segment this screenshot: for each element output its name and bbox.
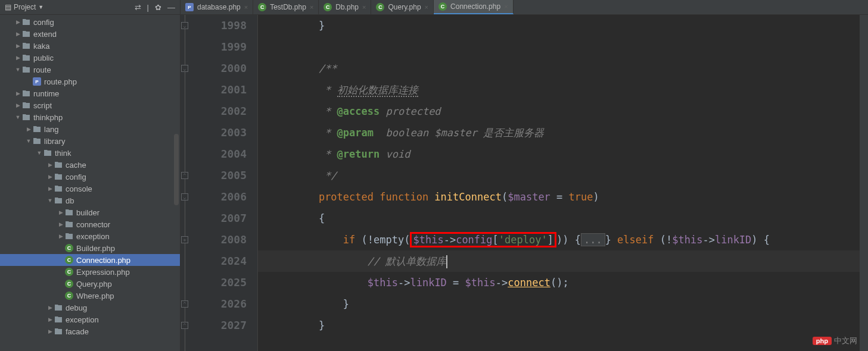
- tree-arrow-icon[interactable]: ▶: [14, 31, 21, 37]
- tab-label: Query.php: [388, 3, 421, 11]
- folder-icon: [54, 315, 63, 324]
- tab-TestDb-php[interactable]: CTestDb.php×: [253, 0, 319, 14]
- folder-icon: [54, 160, 63, 170]
- tree-item-thinkphp[interactable]: ▼thinkphp: [0, 111, 180, 123]
- tree-arrow-icon[interactable]: ▶: [14, 90, 21, 96]
- tree-arrow-icon[interactable]: ▼: [36, 150, 43, 156]
- code-content[interactable]: } /** * 初始化数据库连接 * @access protected * @…: [258, 15, 860, 351]
- tree-arrow-icon[interactable]: ▼: [14, 67, 21, 73]
- tree-arrow-icon[interactable]: ▶: [57, 233, 64, 239]
- fold-toggle-icon[interactable]: ⌃: [181, 300, 188, 308]
- close-icon[interactable]: ×: [504, 3, 508, 10]
- tree-item-library[interactable]: ▼library: [0, 135, 180, 147]
- tab-label: Db.php: [335, 3, 359, 11]
- fold-toggle-icon[interactable]: +: [181, 236, 188, 243]
- collapse-icon[interactable]: ⇄: [135, 3, 141, 12]
- tree-item-runtime[interactable]: ▶runtime: [0, 87, 180, 99]
- tree-item-extend[interactable]: ▶extend: [0, 28, 180, 40]
- project-selector[interactable]: ▤ Project ▼: [5, 3, 43, 11]
- tree-item-route[interactable]: ▼route: [0, 64, 180, 76]
- tree-item-config[interactable]: ▶config: [0, 171, 180, 183]
- tree-item-label: Expression.php: [76, 268, 130, 277]
- tree-arrow-icon[interactable]: ▶: [14, 55, 21, 61]
- class-file-icon: C: [438, 2, 447, 11]
- tree-arrow-icon[interactable]: ▶: [46, 174, 54, 180]
- tree-item-config[interactable]: ▶config: [0, 16, 180, 28]
- tree-arrow-icon[interactable]: ▼: [46, 198, 54, 203]
- tree-arrow-icon[interactable]: ▶: [46, 316, 54, 322]
- line-number: 2001: [181, 79, 247, 101]
- tree-arrow-icon[interactable]: ▶: [57, 209, 64, 215]
- tree-item-label: config: [33, 18, 54, 27]
- watermark-badge: php: [813, 337, 832, 345]
- close-icon[interactable]: ×: [362, 4, 366, 11]
- tree-item-exception[interactable]: ▶exception: [0, 314, 180, 325]
- class-file-icon: C: [64, 267, 74, 277]
- tree-item-label: runtime: [33, 89, 59, 98]
- tree-item-exception[interactable]: ▶exception: [0, 230, 180, 242]
- line-number: 2004: [181, 143, 247, 165]
- tree-item-route-php[interactable]: Proute.php: [0, 76, 180, 87]
- tree-item-lang[interactable]: ▶lang: [0, 123, 180, 135]
- tree-item-debug[interactable]: ▶debug: [0, 302, 180, 314]
- tree-arrow-icon[interactable]: ▼: [25, 138, 32, 144]
- fold-toggle-icon[interactable]: ⌃: [181, 172, 188, 179]
- close-icon[interactable]: ×: [425, 4, 428, 11]
- doc-end: */: [270, 170, 337, 181]
- tree-item-Where-php[interactable]: CWhere.php: [0, 290, 180, 302]
- tree-arrow-icon[interactable]: ▶: [57, 221, 64, 227]
- text-caret: [446, 255, 447, 268]
- tree-arrow-icon[interactable]: ▶: [46, 305, 54, 311]
- tree-item-facade[interactable]: ▶facade: [0, 325, 180, 337]
- tree-arrow-icon[interactable]: ▶: [46, 186, 54, 192]
- close-icon[interactable]: ×: [244, 4, 248, 11]
- folder-icon: [21, 41, 31, 51]
- scrollbar-thumb[interactable]: [174, 134, 179, 205]
- folder-icon: [21, 112, 31, 122]
- tree-arrow-icon[interactable]: ▶: [14, 19, 21, 25]
- tree-arrow-icon[interactable]: ▶: [14, 102, 21, 108]
- tree-arrow-icon[interactable]: ▶: [14, 43, 21, 49]
- fold-toggle-icon[interactable]: ⌃: [181, 322, 188, 329]
- close-icon[interactable]: ×: [310, 4, 313, 11]
- line-number: 1999: [181, 36, 247, 58]
- fold-toggle-icon[interactable]: ⌄: [181, 65, 188, 72]
- tree-item-builder[interactable]: ▶builder: [0, 206, 180, 218]
- tree-item-kaka[interactable]: ▶kaka: [0, 40, 180, 52]
- tab-Db-php[interactable]: CDb.php×: [319, 0, 371, 14]
- tree-item-db[interactable]: ▼db: [0, 195, 180, 206]
- fold-toggle-icon[interactable]: ⌄: [181, 22, 188, 29]
- tree-item-cache[interactable]: ▶cache: [0, 159, 180, 171]
- tree-item-label: Query.php: [76, 280, 112, 289]
- code-text: }: [270, 20, 325, 32]
- tree-item-think[interactable]: ▼think: [0, 147, 180, 159]
- project-tree[interactable]: ▶config▶extend▶kaka▶public▼routeProute.p…: [0, 15, 180, 351]
- tab-Query-php[interactable]: CQuery.php×: [371, 0, 434, 14]
- hide-icon[interactable]: —: [167, 3, 175, 12]
- tab-Connection-php[interactable]: CConnection.php×: [434, 0, 514, 14]
- folded-code[interactable]: ...: [581, 233, 605, 246]
- line-number: 2006: [181, 186, 247, 208]
- fold-toggle-icon[interactable]: ⌄: [181, 193, 188, 200]
- folder-icon: [64, 231, 74, 241]
- tree-item-public[interactable]: ▶public: [0, 52, 180, 64]
- tree-item-Builder-php[interactable]: CBuilder.php: [0, 242, 180, 254]
- tree-item-Query-php[interactable]: CQuery.php: [0, 278, 180, 290]
- tree-arrow-icon[interactable]: ▶: [46, 328, 54, 334]
- tree-item-label: extend: [33, 30, 57, 39]
- gear-icon[interactable]: ✿: [155, 3, 161, 12]
- tab-label: TestDb.php: [270, 3, 306, 11]
- tree-item-label: script: [33, 101, 52, 110]
- php-file-icon: P: [32, 77, 42, 86]
- tree-item-console[interactable]: ▶console: [0, 183, 180, 195]
- folder-icon: [64, 220, 74, 229]
- tree-arrow-icon[interactable]: ▼: [14, 114, 21, 120]
- tree-item-script[interactable]: ▶script: [0, 99, 180, 111]
- tree-arrow-icon[interactable]: ▶: [25, 126, 32, 132]
- tree-arrow-icon[interactable]: ▶: [46, 162, 54, 168]
- tree-item-connector[interactable]: ▶connector: [0, 218, 180, 230]
- tree-item-Expression-php[interactable]: CExpression.php: [0, 266, 180, 278]
- tree-item-Connection-php[interactable]: CConnection.php: [0, 254, 180, 266]
- php-file-icon: P: [185, 3, 194, 11]
- tab-database-php[interactable]: Pdatabase.php×: [181, 0, 253, 14]
